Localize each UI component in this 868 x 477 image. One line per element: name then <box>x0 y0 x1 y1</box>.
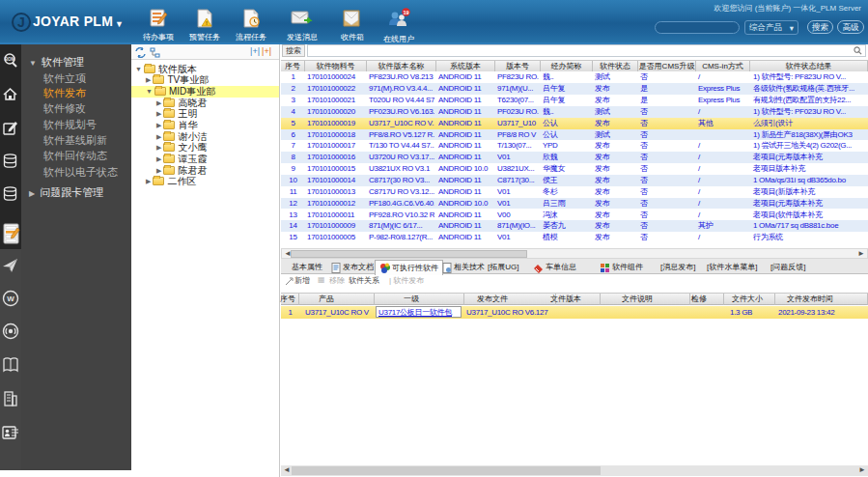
svg-text:!: ! <box>206 20 208 26</box>
svg-text:W: W <box>7 295 14 303</box>
svg-text:BOM: BOM <box>5 57 15 62</box>
svg-text:19: 19 <box>403 10 408 15</box>
